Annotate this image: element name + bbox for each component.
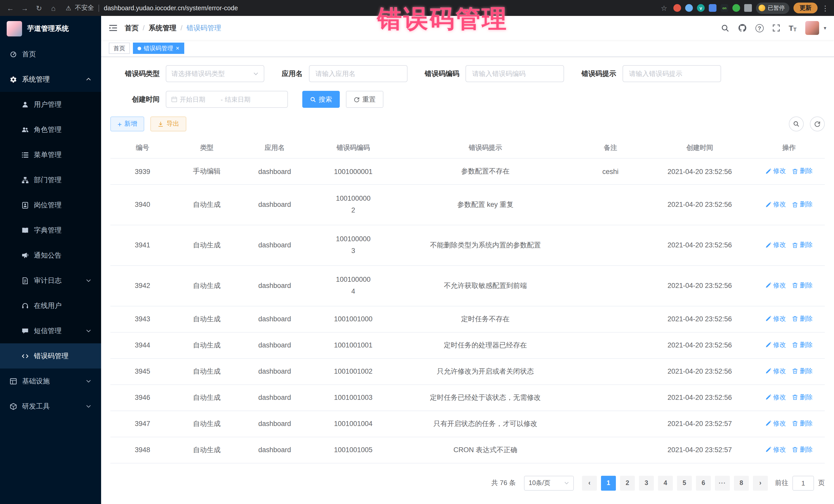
delete-link[interactable]: 删除 [792,419,813,428]
extension-icon[interactable]: on [721,4,728,12]
hamburger-icon[interactable] [109,24,117,32]
breadcrumb-item[interactable]: 系统管理 [149,23,177,32]
search-icon[interactable] [721,24,729,32]
delete-link[interactable]: 删除 [792,200,813,209]
delete-link[interactable]: 删除 [792,241,813,249]
add-button[interactable]: + 新增 [110,116,144,131]
error-code-input[interactable] [465,65,564,82]
reset-button[interactable]: 重置 [346,91,383,108]
edit-link[interactable]: 修改 [766,393,786,402]
sidebar-item-infra[interactable]: 基础设施 [0,369,101,394]
page-size-value: 10条/页 [529,479,550,487]
edit-link[interactable]: 修改 [766,367,786,376]
delete-link[interactable]: 删除 [792,341,813,350]
sidebar-item-online-user[interactable]: 在线用户 [0,293,101,318]
sidebar-item-user[interactable]: 用户管理 [0,92,101,117]
error-hint-input[interactable] [622,65,721,82]
page-button[interactable]: 8 [734,476,749,490]
close-icon[interactable]: × [176,45,179,51]
page-button[interactable]: 3 [639,476,654,490]
delete-link[interactable]: 删除 [792,445,813,454]
table-row: 3939手动编辑dashboard1001000001参数配置不存在ceshi2… [110,158,825,184]
cell-type: 自动生成 [175,306,239,332]
edit-link[interactable]: 修改 [766,241,786,249]
prev-page-button[interactable]: ‹ [582,476,597,490]
help-icon[interactable]: ? [755,24,764,32]
cell-hint: 定时任务不存在 [396,306,575,332]
sidebar-item-home[interactable]: 首页 [0,42,101,67]
sidebar: 芋道管理系统 首页系统管理用户管理角色管理菜单管理部门管理岗位管理字典管理通知公… [0,16,101,504]
sidebar-item-post[interactable]: 岗位管理 [0,193,101,218]
delete-link[interactable]: 删除 [792,393,813,402]
back-icon[interactable]: ← [5,4,15,12]
goto-page-input[interactable] [792,476,814,490]
app-name-input[interactable] [309,65,407,82]
edit-link[interactable]: 修改 [766,314,786,323]
user-avatar[interactable] [805,21,819,35]
cell-app: dashboard [239,225,310,266]
sidebar-item-notice[interactable]: 通知公告 [0,243,101,268]
sidebar-item-dept[interactable]: 部门管理 [0,167,101,193]
address-bar[interactable]: ⚠ 不安全 dashboard.yudao.iocoder.cn/system/… [63,4,669,12]
delete-link[interactable]: 删除 [792,314,813,323]
reload-icon[interactable]: ↻ [34,4,44,12]
error-type-select[interactable]: 请选择错误码类型 [166,65,264,82]
user-icon [22,101,29,108]
export-button[interactable]: 导出 [150,116,186,131]
fullscreen-icon[interactable] [772,24,780,32]
sidebar-item-audit-log[interactable]: 审计日志 [0,268,101,293]
breadcrumb-item[interactable]: 首页 [125,23,138,32]
profile-chip[interactable]: 已暂停 [756,2,789,14]
edit-link[interactable]: 修改 [766,281,786,290]
extension-icon[interactable]: v [697,4,705,12]
delete-link[interactable]: 删除 [792,281,813,290]
bookmark-star-icon[interactable]: ☆ [661,4,667,12]
start-date-input[interactable] [180,96,219,103]
edit-link[interactable]: 修改 [766,167,786,176]
extension-icon[interactable] [709,4,717,12]
date-range-picker[interactable]: - [166,91,288,108]
delete-link[interactable]: 删除 [792,167,813,176]
cell-type: 手动编辑 [175,158,239,184]
end-date-input[interactable] [225,96,264,103]
tab-首页[interactable]: 首页 [109,43,130,54]
edit-link[interactable]: 修改 [766,419,786,428]
search-button[interactable]: 搜索 [302,91,340,108]
edit-link[interactable]: 修改 [766,445,786,454]
edit-link[interactable]: 修改 [766,200,786,209]
column-header: 应用名 [239,136,310,158]
update-button[interactable]: 更新 [793,3,817,13]
browser-menu-icon[interactable]: ⋮ [822,4,829,12]
home-icon[interactable]: ⌂ [48,4,59,12]
page-button[interactable]: 5 [677,476,692,490]
extension-icon[interactable] [685,4,693,12]
pagination-more-button[interactable]: ··· [715,476,730,490]
page-button[interactable]: 4 [658,476,673,490]
sidebar-item-dev-tools[interactable]: 研发工具 [0,394,101,419]
edit-link[interactable]: 修改 [766,341,786,350]
page-button[interactable]: 2 [620,476,635,490]
next-page-button[interactable]: › [753,476,768,490]
tab-错误码管理[interactable]: 错误码管理× [133,43,184,54]
sidebar-item-error-code[interactable]: 错误码管理 [0,343,101,369]
page-button[interactable]: 6 [696,476,711,490]
font-size-icon[interactable]: TT [789,24,796,32]
select-placeholder: 请选择错误码类型 [171,69,225,78]
edit-label: 修改 [773,393,786,402]
page-button[interactable]: 1 [601,476,616,490]
toggle-search-button[interactable] [789,116,804,131]
sidebar-item-menu[interactable]: 菜单管理 [0,142,101,167]
extension-icon[interactable] [673,4,681,12]
sidebar-item-role[interactable]: 角色管理 [0,117,101,142]
extension-icon[interactable] [732,4,740,12]
sidebar-item-system[interactable]: 系统管理 [0,67,101,92]
github-icon[interactable] [738,24,746,32]
delete-link[interactable]: 删除 [792,367,813,376]
refresh-button[interactable] [810,116,825,131]
sidebar-item-dict[interactable]: 字典管理 [0,218,101,243]
sidebar-item-sms[interactable]: 短信管理 [0,318,101,343]
extension-icon[interactable] [744,4,752,12]
forward-icon[interactable]: → [20,4,30,12]
page-size-select[interactable]: 10条/页 [524,476,574,490]
chevron-down-icon[interactable]: ▾ [824,25,826,31]
